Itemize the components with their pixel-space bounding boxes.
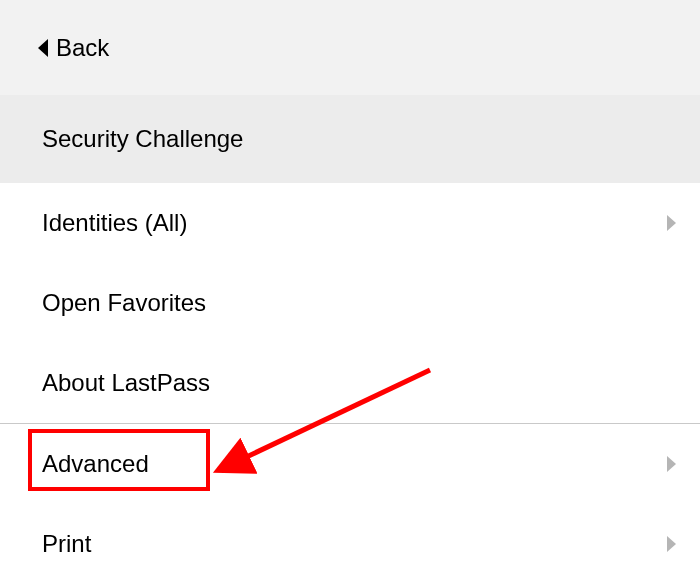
menu-item-advanced[interactable]: Advanced: [0, 424, 700, 504]
chevron-right-icon: [667, 536, 676, 552]
chevron-right-icon: [667, 456, 676, 472]
chevron-right-icon: [667, 215, 676, 231]
menu-item-label: Advanced: [42, 450, 667, 478]
menu-item-label: Open Favorites: [42, 289, 676, 317]
menu-item-label: Print: [42, 530, 667, 558]
back-label: Back: [56, 34, 109, 62]
menu-item-open-favorites[interactable]: Open Favorites: [0, 263, 700, 343]
back-arrow-icon: [38, 39, 48, 57]
menu-item-print[interactable]: Print: [0, 504, 700, 578]
back-button[interactable]: Back: [0, 0, 700, 95]
menu-item-label: About LastPass: [42, 369, 676, 397]
menu-item-label: Security Challenge: [42, 125, 676, 153]
menu-item-security-challenge[interactable]: Security Challenge: [0, 95, 700, 183]
menu-item-about-lastpass[interactable]: About LastPass: [0, 343, 700, 423]
menu-item-identities[interactable]: Identities (All): [0, 183, 700, 263]
menu-item-label: Identities (All): [42, 209, 667, 237]
menu-list: Security Challenge Identities (All) Open…: [0, 95, 700, 578]
